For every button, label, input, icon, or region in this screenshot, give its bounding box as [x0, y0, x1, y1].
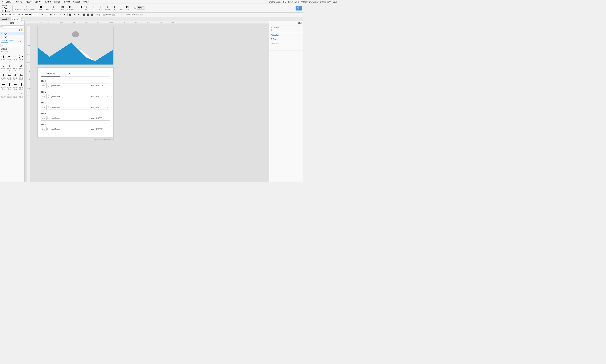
border-color-swatch[interactable] — [112, 14, 115, 16]
tab-page2-close[interactable]: ✕ — [8, 18, 9, 20]
text-button[interactable]: T 水平 — [118, 4, 124, 12]
vertical-bottom-button[interactable]: ⬛ — [90, 13, 94, 16]
outside-button[interactable]: ▣ 边出 — [38, 4, 44, 12]
fill-color-swatch[interactable] — [99, 14, 102, 16]
pages-search-input[interactable] — [0, 26, 24, 28]
publish-menu[interactable]: Publish — [53, 0, 61, 3]
arrow-right-icon-item[interactable]: → 箭头-右 — [13, 91, 18, 99]
page-item-page2[interactable]: □ page2 — [0, 35, 24, 38]
schedule-tab[interactable]: schedule — [41, 71, 60, 77]
arrow-circle-up2-icon-item[interactable]: ⬆ 箭头-圆圈-上 — [7, 82, 12, 91]
elements-add-icon[interactable]: + — [18, 40, 19, 42]
add-adapt-link[interactable]: Add Adap — [271, 34, 302, 36]
pages-folder-icon[interactable]: 📁 — [21, 29, 23, 31]
double-angle-up-icon-item[interactable]: ≫ 双角符-上 — [18, 54, 24, 63]
zoom-display[interactable]: 56% ▾ — [137, 6, 145, 10]
game-button-5[interactable]: BUTTON — [95, 127, 105, 131]
tab-page2[interactable]: page2 ✕ — [0, 17, 11, 21]
font-type-select[interactable]: Arial — [12, 13, 20, 16]
pages-add-icon[interactable]: ⊞ — [19, 29, 21, 31]
layout-menu[interactable]: 布局(A) — [44, 0, 52, 3]
align-left-button[interactable]: ⊣ 左 — [77, 4, 84, 12]
select-all-button[interactable]: 选择全部 — [0, 47, 24, 51]
mother-tab[interactable]: 母版 — [9, 39, 15, 42]
align-center-button[interactable]: ⊢ 居中/左 — [84, 4, 91, 12]
fill-color-swatch2[interactable] — [103, 14, 105, 16]
arrow-circle-left2-icon-item[interactable]: ⬅ 箭头-圆圈-左 — [18, 73, 24, 81]
align-top-button[interactable]: ⊤ 顶/上 — [98, 4, 104, 12]
arrow-up-icon-item[interactable]: ↑ 箭头-上 — [18, 91, 24, 99]
arrow-left-icon-item[interactable]: ← 箭头-左 — [7, 91, 12, 99]
align-center-text-button[interactable]: ≡ — [73, 13, 76, 16]
game-radio-5[interactable] — [47, 128, 49, 130]
style-select[interactable]: Normal — [21, 13, 31, 16]
game-arrow-5[interactable]: → — [105, 127, 110, 131]
tab-page1[interactable]: page1 ✕ — [11, 17, 22, 21]
bottom-layer-button[interactable]: ⊥ 底层 — [51, 4, 57, 12]
game-button-1[interactable]: BUTTON — [95, 83, 105, 88]
select-mode-button[interactable]: ⬚ 选择模式 — [14, 4, 22, 12]
connect-button[interactable]: ⊸ 连接 — [22, 4, 28, 12]
double-angle-left-icon-item[interactable]: « 双角符-左 — [7, 54, 12, 63]
strikethrough-button[interactable]: S — [53, 13, 57, 16]
elements-search-input[interactable] — [0, 44, 24, 47]
double-angle-right-icon-item[interactable]: » 双角符-右 — [13, 54, 18, 63]
align-right-button[interactable]: ⊢ 右 — [91, 4, 97, 12]
single-angle-left-icon-item[interactable]: ‹ 单角符-左 — [7, 63, 12, 72]
align-bottom-button[interactable]: ⊥ 下 — [112, 4, 118, 12]
game-radio-1[interactable] — [47, 85, 49, 87]
zoom-control[interactable]: 🔍 56% ▾ — [133, 6, 145, 10]
vertical-middle-button[interactable]: ⬛ — [86, 13, 90, 16]
canvas-content[interactable]: 200 400 600 800 1000 1200 1400 — [27, 24, 269, 182]
arrow-circle-down-icon-item[interactable]: ⬇ 箭头-圆圈-下 — [13, 73, 18, 81]
game-radio-2[interactable] — [47, 95, 49, 98]
arrow-circle-left-icon-item[interactable]: ⬅ 箭头-圆圈-左 — [7, 73, 12, 81]
arrow-round-right-icon-item[interactable]: ➡ 箭头-圆形-右 — [13, 82, 18, 91]
ordered-list-button[interactable]: ≡ — [63, 13, 66, 16]
unordered-list-button[interactable]: ☰ — [59, 13, 62, 16]
result-tab[interactable]: result — [60, 71, 76, 76]
vertical-top-button[interactable]: ⬛ — [82, 13, 86, 16]
search-button[interactable]: 🔍 — [296, 6, 302, 10]
arrow-down-icon-item[interactable]: ↓ 箭头-下 — [1, 91, 6, 99]
cut-button[interactable]: ✂ Cut — [2, 4, 10, 7]
unit-button[interactable]: ⊞ 单元 — [124, 4, 130, 12]
tab-page1-close[interactable]: ✕ — [18, 18, 20, 20]
shape-button[interactable]: ◎ 形合 — [60, 4, 66, 12]
game-arrow-2[interactable]: → — [105, 94, 110, 99]
page-item-page1[interactable]: □ page1 — [0, 32, 24, 35]
game-arrow-3[interactable]: → — [105, 105, 110, 110]
paste-button[interactable]: 📋 Paste — [2, 10, 10, 12]
arrow-circle-up3-icon-item[interactable]: ⬆ 箭头-圆圈-上 — [18, 82, 24, 91]
single-angle-up-icon-item[interactable]: ∧ 单角符-上 — [18, 63, 24, 72]
elements-share-icon[interactable]: ⊙ — [20, 40, 21, 42]
edit-menu[interactable]: 编辑(E) — [15, 0, 23, 3]
game-radio-3[interactable] — [47, 106, 49, 108]
single-angle-right-icon-item[interactable]: › 单角符-右 — [13, 63, 18, 72]
align-left-text-button[interactable]: ⬛ — [69, 13, 72, 16]
view-menu[interactable]: 视图(V) — [25, 0, 32, 3]
account-menu[interactable]: Account — [72, 0, 81, 3]
file-menu[interactable]: 文件(F) — [6, 0, 13, 3]
insert-button[interactable]: + Insert — [29, 4, 35, 12]
arrow-circle-right-icon-item[interactable]: ➡ 箭头-圆圈-右 — [1, 82, 6, 91]
help-menu[interactable]: 帮助(H) — [83, 0, 90, 3]
combine-button[interactable]: ⊞ 组合/联结 — [66, 4, 75, 12]
border-style-button[interactable]: ─ — [116, 13, 119, 16]
top-layer-button[interactable]: ⊤ 顶层 — [44, 4, 50, 12]
italic-button[interactable]: I — [45, 13, 49, 16]
team-menu[interactable]: 团队(T) — [63, 0, 70, 3]
image-frame[interactable] — [38, 27, 114, 65]
single-angle-down-icon-item[interactable]: ∨ 单角符-下 — [1, 63, 6, 72]
double-angle-down-icon-item[interactable]: ≪ 双角符-下 — [1, 54, 6, 63]
bold-button[interactable]: B — [41, 13, 45, 16]
game-radio-4[interactable] — [47, 117, 49, 119]
underline-button[interactable]: U — [49, 13, 53, 16]
border-width-button[interactable]: ═ — [120, 13, 123, 16]
align-middle-button[interactable]: ⊥ 居中/下 — [104, 4, 111, 12]
game-button-3[interactable]: BUTTON — [95, 105, 105, 110]
elements-menu-icon[interactable]: ⋯ — [22, 40, 24, 42]
size-select[interactable]: 13 — [32, 13, 39, 16]
project-menu[interactable]: 项目(P) — [34, 0, 42, 3]
copy-button[interactable]: ⎘ Copy — [2, 7, 10, 10]
